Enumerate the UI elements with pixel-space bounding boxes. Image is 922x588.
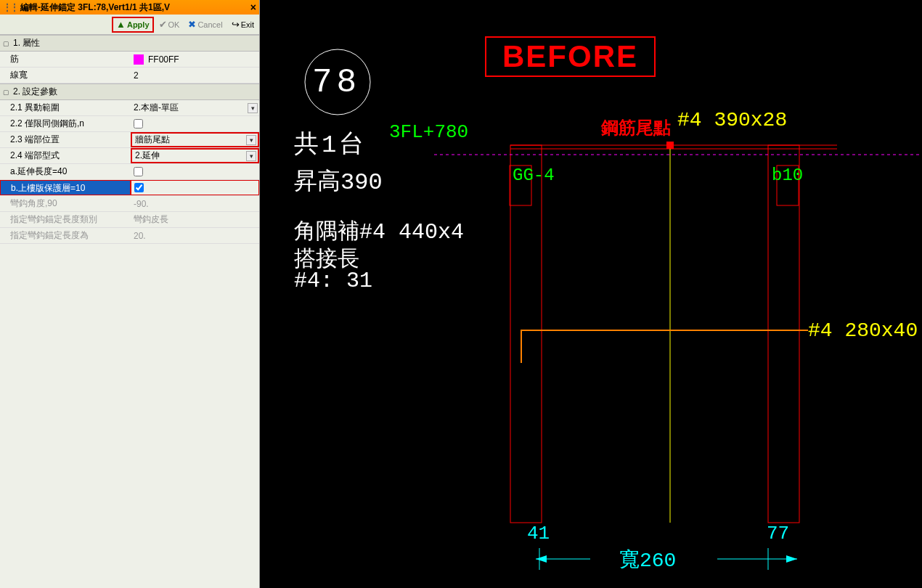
reinf-value[interactable]: FF00FF: [131, 52, 259, 67]
apply-button[interactable]: ▲ Apply: [112, 17, 153, 33]
row-2-1: 2.1 異動範圍 2.本牆-單區 ▾: [0, 100, 259, 116]
r22-label: 2.2 僅限同側鋼筋,n: [0, 116, 131, 131]
hooklen-label: 指定彎鈎錨定長度類別: [0, 212, 131, 227]
exit-button[interactable]: ↪ Exit: [228, 17, 258, 33]
ra-checkbox[interactable]: [134, 167, 143, 176]
collapse-icon: ▢: [3, 89, 10, 96]
hookang-text: -90.: [134, 199, 149, 209]
cad-viewport[interactable]: BEFORE 78 共1台 昇高390 角隅補#4 440x4 搭接長 #4: …: [260, 0, 922, 588]
row-2-3: 2.3 端部位置 牆筋尾點 ▾: [0, 132, 259, 148]
corner-text: 角隅補#4 440x4: [294, 216, 464, 246]
spec-1: #4 390x28: [677, 109, 787, 131]
toolbar: ▲ Apply ✔ OK ✖ Cancel ↪ Exit: [0, 15, 259, 35]
r24-label: 2.4 端部型式: [0, 148, 131, 163]
hookang-label: 彎鈎角度,90: [0, 196, 131, 211]
svg-rect-1: [510, 145, 542, 523]
section-1-title: 1. 屬性: [13, 37, 40, 49]
ra-label: a.延伸長度=40: [0, 164, 131, 179]
row-hookangle: 彎鈎角度,90 -90.: [0, 196, 259, 212]
apply-label: Apply: [127, 20, 150, 29]
row-2-4: 2.4 端部型式 2.延伸 ▾: [0, 148, 259, 164]
rb-label: b.上樓版保護層=10: [0, 180, 131, 195]
lap-text-2: #4: 31: [294, 269, 372, 293]
svg-marker-11: [536, 555, 547, 563]
cancel-button[interactable]: ✖ Cancel: [184, 17, 226, 33]
r21-label: 2.1 異動範圍: [0, 100, 131, 115]
r23-text: 牆筋尾點: [135, 134, 170, 146]
ra-value[interactable]: [131, 164, 259, 179]
dropdown-icon[interactable]: ▾: [248, 103, 258, 113]
ok-button[interactable]: ✔ OK: [155, 17, 184, 33]
before-badge: BEFORE: [485, 36, 656, 77]
titlebar[interactable]: ⋮⋮ 編輯-延伸錨定 3FL:78,Vert1/1 共1區,V ×: [0, 0, 259, 15]
row-linewidth: 線寬: [0, 68, 259, 83]
check-icon: ✔: [159, 19, 167, 30]
svg-marker-13: [786, 555, 797, 563]
b10-label: b10: [772, 166, 803, 185]
section-1-header[interactable]: ▢ 1. 屬性: [0, 35, 259, 52]
r23-label: 2.3 端部位置: [0, 132, 131, 147]
r22-checkbox[interactable]: [134, 119, 143, 128]
reinf-color-text: FF00FF: [148, 54, 179, 65]
r23-value[interactable]: 牆筋尾點 ▾: [131, 132, 259, 147]
x-icon: ✖: [188, 19, 196, 30]
dropdown-icon[interactable]: ▾: [246, 151, 256, 161]
rb-checkbox[interactable]: [134, 183, 144, 192]
dropdown-icon[interactable]: ▾: [246, 135, 256, 145]
row-b: b.上樓版保護層=10: [0, 180, 259, 196]
row-reinforcement: 筋 FF00FF: [0, 52, 259, 68]
width-text: 寬260: [619, 546, 676, 573]
apply-icon: ▲: [116, 19, 126, 30]
title-text: 編輯-延伸錨定 3FL:78,Vert1/1 共1區,V: [20, 1, 170, 14]
hookval-text: 20.: [134, 231, 146, 241]
ok-label: OK: [168, 20, 180, 29]
section-2-header[interactable]: ▢ 2. 設定參數: [0, 83, 259, 100]
row-a: a.延伸長度=40: [0, 164, 259, 180]
lw-label: 線寬: [0, 68, 131, 83]
hooklen-value: 彎鈎皮長: [131, 212, 259, 227]
r21-text: 2.本牆-單區: [134, 102, 179, 114]
color-swatch[interactable]: [134, 54, 144, 65]
level-text: 3FL+780: [389, 121, 468, 143]
circle-number: 78: [312, 64, 361, 102]
lw-input[interactable]: [134, 70, 259, 81]
row-hooklen: 指定彎鈎錨定長度類別 彎鈎皮長: [0, 212, 259, 228]
hooklen-text: 彎鈎皮長: [134, 213, 168, 226]
svg-rect-2: [768, 145, 799, 523]
close-icon[interactable]: ×: [250, 1, 256, 13]
r24-value[interactable]: 2.延伸 ▾: [131, 148, 259, 163]
row-hookval: 指定彎鈎錨定長度為 20.: [0, 228, 259, 244]
spec-2: #4 280x40: [808, 319, 918, 342]
tailpoint-text: 鋼筋尾點: [601, 116, 671, 139]
hookang-value: -90.: [131, 196, 259, 211]
rb-value[interactable]: [131, 180, 259, 195]
hookval-label: 指定彎鈎錨定長度為: [0, 228, 131, 243]
exit-label: Exit: [241, 20, 254, 29]
collapse-icon: ▢: [3, 40, 10, 47]
rise-text: 昇高390: [294, 166, 383, 197]
grip-icon: ⋮⋮: [3, 2, 17, 12]
dim-41: 41: [527, 523, 550, 544]
section-2-title: 2. 設定參數: [13, 86, 57, 98]
r22-value[interactable]: [131, 116, 259, 131]
r24-text: 2.延伸: [135, 150, 160, 162]
lw-value[interactable]: [131, 68, 259, 83]
svg-rect-9: [666, 142, 674, 149]
r21-value[interactable]: 2.本牆-單區 ▾: [131, 100, 259, 115]
row-2-2: 2.2 僅限同側鋼筋,n: [0, 116, 259, 132]
unit-count: 共1台: [294, 127, 367, 160]
dim-77: 77: [767, 523, 789, 544]
gg4-label: GG-4: [513, 166, 555, 185]
hookval-value: 20.: [131, 228, 259, 243]
cancel-label: Cancel: [197, 20, 222, 29]
reinf-label: 筋: [0, 52, 131, 67]
property-panel: ⋮⋮ 編輯-延伸錨定 3FL:78,Vert1/1 共1區,V × ▲ Appl…: [0, 0, 260, 588]
door-icon: ↪: [232, 19, 240, 30]
